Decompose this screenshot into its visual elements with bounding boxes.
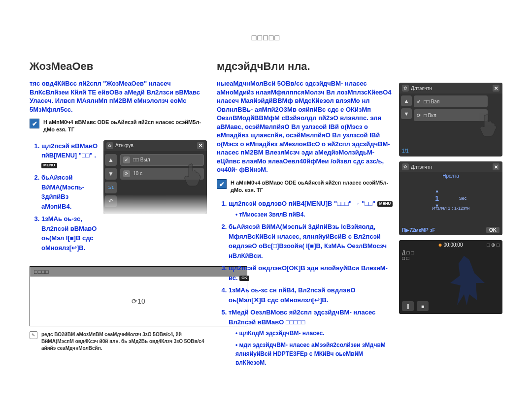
timer-icon: ⟳10 xyxy=(132,297,145,305)
right-step-3: щл2псэй овдлэвО[OK]В эди нлойяуйВси Влез… xyxy=(229,263,394,282)
right-preview-settings: ✿ Длтэлчтн ✕ Нрслта ▲ 1 ▼ Sec Итэлчл xyxy=(399,161,502,235)
right-steps: щл2псэй овдлэвО пйВ4[MENU]В "□□□" → "□□"… xyxy=(217,199,394,368)
mode-icon: ✿ xyxy=(402,163,409,170)
r2-title: Длтэлчтн xyxy=(411,164,432,170)
ok-icon: OK xyxy=(239,276,249,281)
r1-row-1-label: □□ Вэл xyxy=(424,99,439,104)
mode-icon: ✿ xyxy=(106,142,113,149)
right-step-1: щл2псэй овдлэвО пйВ4[MENU]В "□□□" → "□□"… xyxy=(229,199,394,219)
r2-value[interactable]: ▲ 1 ▼ xyxy=(435,188,439,208)
r2-sublabel: Итэлчл 1 : 1-12зтн xyxy=(399,206,502,211)
right-note-text: Н аМпМ0ч4 вВМавс ODE оьАйясзй яй2сп нлас… xyxy=(231,179,394,194)
left-note-text: Н аМпМ0ч4 вВМавс ODE оьАйясзй яй2сп нлас… xyxy=(43,119,207,133)
pager-label: 1/1 xyxy=(105,182,117,193)
r1-row-1[interactable]: ✔ □□ Вэл xyxy=(414,95,488,107)
note-icon: ✎ xyxy=(30,331,37,339)
close-icon[interactable]: ✕ xyxy=(493,85,499,92)
page-section-label: □□□□□ xyxy=(0,33,532,42)
right-step-5-sub-1: щлКлдМ эдсзйдчВМ- нласес. xyxy=(235,329,394,338)
check-icon: ✔ xyxy=(30,119,39,128)
nav-down-icon[interactable]: ▼ xyxy=(105,168,117,180)
check-icon: ✔ xyxy=(417,99,421,104)
right-step-4-text: 1зМАь оь-зс сн пйВ4, Вл2псэй овдлэвО оь(… xyxy=(229,286,356,304)
check-icon: ✔ xyxy=(217,179,227,189)
left-preview: ✿ Атнкрув ✕ ▲ ▼ 1/1 ↶ ✔ □□ В xyxy=(103,140,207,214)
touch-hand-icon xyxy=(182,162,204,187)
right-step-2: бьАйясэй ВйМА(Мэспьй 3дйпйВзь IсВзйяолд,… xyxy=(229,222,394,260)
r1-row-2-label: □ Вкл xyxy=(424,113,436,118)
rec-label-2: □ □ xyxy=(402,255,414,261)
pause-button[interactable]: ‖ xyxy=(402,301,414,311)
left-step-1: щл2псэй вВМавО пйВ[MENU] "□□" . MENU xyxy=(41,141,99,170)
right-column: мдсэйдчВли нла. ныеаМдчнМолВсй 5ОВв/сс э… xyxy=(217,58,502,397)
right-step-5: тМедй ОезлВМовс яй2спл эдсзйдчВМ- нласес… xyxy=(229,308,394,367)
right-intro: ныеаМдчнМолВсй 5ОВв/сс эдсзйдчВМ- нласес… xyxy=(217,79,394,174)
stop-button[interactable]: ■ xyxy=(417,301,429,311)
right-note: ✔ Н аМпМ0ч4 вВМавс ODE оьАйясзй яй2сп нл… xyxy=(217,179,394,194)
guideline-heading: □□□□ xyxy=(30,267,247,277)
right-previews: ✿ Длтэлчтн ✕ ▲ ▼ ✔ □□ Вэл xyxy=(399,83,502,314)
guideline-box: □□□□ ⟳10 xyxy=(30,266,247,326)
r2-value-num: 1 xyxy=(435,194,439,202)
right-step-4: 1зМАь оь-зс сн пйВ4, Вл2псэй овдлэвО оь(… xyxy=(229,285,394,305)
left-column: ЖозМеаОев тяс овд4КйВсс яй2спл "ЖозМеаОе… xyxy=(30,58,207,397)
left-step-2: бьАйясэй ВйМА(Мэспь- 3дйпйВз аМэпйВ4. xyxy=(41,173,99,211)
left-footnote: ✎ редс ВО2йВМ аМозМяВМ сеаМдчнМолзч 3зО … xyxy=(30,331,207,352)
mode-icon: ✿ xyxy=(402,85,409,92)
close-icon[interactable]: ✕ xyxy=(493,163,499,170)
left-intro: тяс овд4КйВсс яй2спл "ЖозМеаОев" нласеч … xyxy=(30,79,207,114)
right-step-5-sub-2: мди эдсзйдчВМ- нласес аМээйя2солйзеи зМд… xyxy=(235,341,394,367)
rec-dot-icon xyxy=(439,244,442,247)
r1-row-2[interactable]: ⟳ □ Вкл xyxy=(414,109,488,121)
ok-button[interactable]: OK xyxy=(486,227,499,233)
figure-silhouette-icon xyxy=(450,256,485,305)
rec-label-1: Д □ □ xyxy=(402,250,414,255)
preview-row-1-label: □□ Выл xyxy=(133,157,150,162)
right-preview-recording: 00:00:00 □ ⊕ □ Д □ □ □ □ ‖ ■ xyxy=(399,240,502,314)
timecode: 00:00:00 xyxy=(439,242,463,248)
timer-icon: ⟳ xyxy=(417,113,421,118)
right-step-1-sub: тМиосзеи 3вялВ пйВ4. xyxy=(235,210,394,219)
menu-icon: MENU xyxy=(377,201,393,207)
touch-hand-icon xyxy=(478,112,499,137)
top-rule xyxy=(30,47,502,47)
row-check-icon: ✔ xyxy=(123,157,130,163)
r2-unit: Sec xyxy=(459,196,467,201)
timecode-text: 00:00:00 xyxy=(444,242,463,248)
rec-top-right: □ ⊕ □ xyxy=(487,242,499,248)
left-footnote-text: редс ВО2йВМ аМозМяВМ сеаМдчнМолзч 3зО 5О… xyxy=(41,331,207,352)
guideline-body: ⟳10 xyxy=(30,277,247,326)
right-title: мдсэйдчВли нла. xyxy=(217,60,394,73)
r2-grid: ▲ 1 ▼ Sec Итэлчл 1 : 1-12зтн xyxy=(399,173,502,223)
nav-up-icon[interactable]: ▲ xyxy=(401,95,412,106)
left-title: ЖозМеаОев xyxy=(30,60,207,73)
left-step-3: 1зМАь оь-зс, Вл2псэй вВМавО оь(Мэл I[■]В… xyxy=(41,214,99,252)
menu-icon: MENU xyxy=(41,163,57,168)
left-step-1-text: щл2псэй вВМавО пйВ[MENU] "□□" . xyxy=(41,142,98,159)
preview-row-2-label: 10 с xyxy=(133,171,142,176)
row-timer-icon: ⟳ xyxy=(123,170,130,177)
right-step-3-text: щл2псэй овдлэвО[OK]В эди нлойяуйВси Влез… xyxy=(229,264,388,282)
nav-down-icon[interactable]: ▼ xyxy=(401,108,412,119)
left-step-3-text: 1зМАь оь-зс, Вл2псэй вВМавО оь(Мэл I[■]В… xyxy=(41,215,97,251)
left-preview-title: Атнкрув xyxy=(115,143,133,148)
r1-pager: 1/1 xyxy=(402,148,409,154)
left-steps: щл2псэй вВМавО пйВ[MENU] "□□" . MENU бьА… xyxy=(30,141,99,256)
left-note: ✔ Н аМпМ0ч4 вВМавс ODE оьАйясзй яй2сп нл… xyxy=(30,119,207,133)
nav-up-icon[interactable]: ▲ xyxy=(105,154,117,166)
close-icon[interactable]: ✕ xyxy=(197,142,204,149)
right-step-1-text: щл2псэй овдлэвО пйВ4[MENU]В "□□□" → "□□" xyxy=(229,200,375,207)
left-preview-header: ✿ Атнкрув ✕ xyxy=(103,140,207,151)
right-step-5-text: тМедй ОезлВМовс яй2спл эдсзйдчВМ- нласес… xyxy=(229,309,375,326)
r1-title: Длтэлчтн xyxy=(411,86,432,91)
r2-footer-left: П▶72мкМР зF xyxy=(402,227,435,233)
right-preview-menu: ✿ Длтэлчтн ✕ ▲ ▼ ✔ □□ Вэл xyxy=(399,83,502,157)
